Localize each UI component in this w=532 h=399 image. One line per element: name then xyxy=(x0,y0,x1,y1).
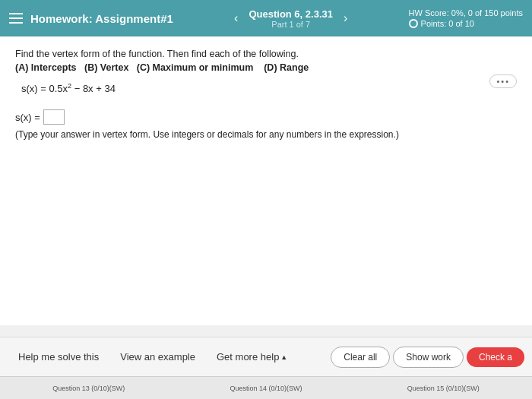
header-center: ‹ Question 6, 2.3.31 Part 1 of 7 › xyxy=(230,8,352,29)
instruction-a: (A) Intercepts xyxy=(15,62,77,73)
clear-all-button[interactable]: Clear all xyxy=(331,347,390,368)
get-more-arrow: ▲ xyxy=(280,353,287,361)
instruction-b: (B) Vertex xyxy=(84,62,128,73)
bottom-nav-item-1[interactable]: Question 14 (0/10)(SW) xyxy=(223,385,308,392)
bottom-nav-strip: Question 13 (0/10)(SW) Question 14 (0/10… xyxy=(0,376,532,399)
hamburger-menu[interactable] xyxy=(9,13,23,24)
equation-display: s(x) = 0.5x2 − 8x + 34 xyxy=(15,82,517,94)
question-nav: ‹ Question 6, 2.3.31 Part 1 of 7 › xyxy=(230,8,352,29)
next-question-button[interactable]: › xyxy=(339,10,352,27)
get-more-label: Get more help xyxy=(217,351,279,363)
part-label: Part 1 of 7 xyxy=(271,20,310,29)
assignment-title: Homework: Assignment#1 xyxy=(30,12,173,25)
instruction-line1: Find the vertex form of the function. Th… xyxy=(15,49,517,59)
header-left: Homework: Assignment#1 xyxy=(9,12,173,25)
bottom-toolbar: Help me solve this View an example Get m… xyxy=(0,337,532,376)
question-label: Question 6, 2.3.31 xyxy=(249,8,333,20)
answer-prefix: s(x) = xyxy=(15,112,40,123)
answer-input[interactable] xyxy=(43,109,65,125)
instruction-d: (D) Range xyxy=(264,62,309,73)
show-work-button[interactable]: Show work xyxy=(393,347,464,368)
answer-hint: (Type your answer in vertex form. Use in… xyxy=(15,129,517,140)
points-label: Points: 0 of 10 xyxy=(421,19,474,28)
score-section: HW Score: 0%, 0 of 150 points Points: 0 … xyxy=(409,8,523,28)
instruction-c: (C) Maximum or minimum xyxy=(137,62,254,73)
circle-icon xyxy=(409,19,418,28)
check-answer-button[interactable]: Check a xyxy=(467,347,524,367)
instruction-line2: (A) Intercepts (B) Vertex (C) Maximum or… xyxy=(15,62,517,73)
hw-score: HW Score: 0%, 0 of 150 points xyxy=(409,8,523,17)
answer-row: s(x) = xyxy=(15,109,517,125)
points-display: Points: 0 of 10 xyxy=(409,19,474,28)
header-bar: Homework: Assignment#1 ‹ Question 6, 2.3… xyxy=(0,0,532,36)
bottom-nav-item-2[interactable]: Question 15 (0/10)(SW) xyxy=(401,385,486,392)
help-solve-button[interactable]: Help me solve this xyxy=(8,347,109,367)
prev-question-button[interactable]: ‹ xyxy=(230,10,242,27)
get-more-help-button[interactable]: Get more help ▲ xyxy=(206,347,298,367)
bottom-nav-item-0[interactable]: Question 13 (0/10)(SW) xyxy=(46,385,131,392)
main-content: Find the vertex form of the function. Th… xyxy=(0,36,532,325)
view-example-button[interactable]: View an example xyxy=(109,347,206,367)
more-options-button[interactable]: ••• xyxy=(489,74,517,88)
